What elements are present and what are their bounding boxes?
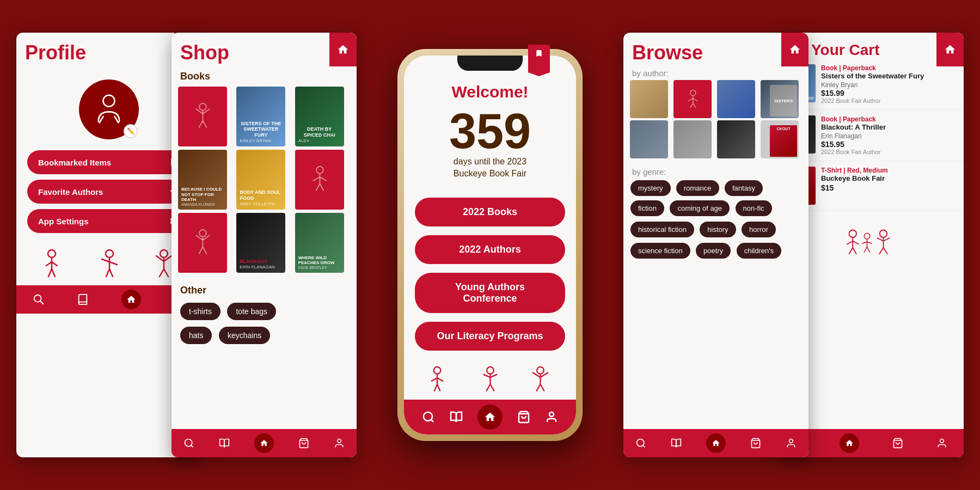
svg-line-12 [109,262,117,265]
app-settings-button[interactable]: App Settings [27,209,191,233]
svg-line-92 [867,247,870,253]
author-photo-1[interactable] [630,80,668,118]
svg-line-25 [203,108,210,113]
author-photo-7[interactable] [717,120,755,158]
welcome-search-icon[interactable] [422,411,435,424]
cart-bag-icon[interactable] [892,438,903,449]
browse-home-icon [789,44,801,56]
book-cover-because[interactable]: BECAUSE I COULD NOT STOP FOR DEATH AMAND… [178,150,227,210]
genre-pills-row4: science fiction poetry children's [623,240,808,261]
welcome-heading: Welcome! [451,83,528,101]
author-photo-5[interactable] [630,120,668,158]
svg-line-54 [486,384,490,391]
genre-coming-of-age[interactable]: coming of age [670,200,730,216]
genre-historical-fiction[interactable]: historical fiction [630,222,694,237]
browse-bag-icon[interactable] [750,438,761,449]
author-photo-6[interactable] [673,120,712,158]
tag-tshirts[interactable]: t-shirts [180,303,220,320]
literacy-programs-button[interactable]: Our Literacy Programs [415,322,565,351]
other-tags-row2: hats keychains [171,322,357,348]
shop-panel: Shop Books SISTERS OF THE SWEETWATER FUR… [171,33,357,457]
book-cover-sisters[interactable]: SISTERS OF THE SWEETWATER FURY KINLEY BR… [236,87,285,146]
book-cover-body-soul[interactable]: BODY AND SOUL FOOD ABBY COLLETTE [236,150,285,210]
shop-search-icon[interactable] [183,438,194,449]
welcome-user-icon[interactable] [545,411,558,424]
genre-mystery[interactable]: mystery [630,180,671,196]
genre-non-fic[interactable]: non-fic [736,200,772,216]
cart-sisters-info: Book | Paperback Sisters of the Sweetwat… [821,64,957,104]
book-cover-2[interactable] [295,150,344,210]
tag-hats[interactable]: hats [180,327,212,344]
svg-line-98 [884,248,888,254]
browse-home-active[interactable] [706,433,726,453]
welcome-book-icon[interactable] [450,411,463,424]
cart-home-active[interactable] [840,433,859,453]
edit-profile-button[interactable]: ✏️ [124,124,138,138]
home-nav-icon [126,295,136,304]
genre-poetry[interactable]: poetry [696,243,731,259]
shop-book-icon[interactable] [219,438,230,449]
svg-line-32 [316,183,320,191]
user-figure-icon [90,90,128,128]
genre-fantasy[interactable]: fantasy [725,180,763,196]
genre-horror[interactable]: horror [742,222,776,237]
shop-bag-icon[interactable] [298,438,309,449]
browse-book-icon[interactable] [671,438,682,449]
browse-user-icon[interactable] [786,438,797,449]
cart-blackout-author: Erin Flanagan [821,132,957,140]
svg-point-34 [199,229,206,236]
other-tags-container: t-shirts tote bags [171,301,357,322]
book-cover-wild-peaches[interactable]: WHERE WILD PEACHES GROW KADE BENTLEY [295,213,344,273]
shop-home-nav-icon [260,439,268,448]
svg-point-50 [487,367,494,374]
svg-line-91 [864,247,867,253]
books-2022-button[interactable]: 2022 Books [415,198,565,226]
favorite-authors-button[interactable]: Favorite Authors [27,180,191,204]
svg-line-89 [862,242,867,243]
svg-line-5 [46,262,52,266]
book-cover-1[interactable] [178,87,227,146]
cart-blackout-type: Book | Paperback [821,115,957,123]
svg-point-62 [424,412,432,421]
author-photo-3[interactable] [717,80,755,118]
shop-user-icon[interactable] [334,438,345,449]
author-photo-2[interactable] [673,80,712,118]
tag-keychains[interactable]: keychains [219,327,270,344]
profile-avatar: ✏️ [79,79,139,139]
welcome-home-active[interactable] [477,405,503,430]
author-photo-8[interactable]: CKOUT [761,120,799,158]
shop-home-icon [337,44,349,56]
authors-2022-button[interactable]: 2022 Authors [415,235,565,264]
genre-science-fiction[interactable]: science fiction [630,243,690,259]
svg-line-1 [100,117,103,122]
search-nav-icon[interactable] [33,293,45,305]
book-cover-blackout[interactable]: BLACKOUT ERIN FLANAGAN [236,213,285,273]
genre-romance[interactable]: romance [676,180,719,196]
svg-line-6 [52,262,57,266]
cart-tshirt-info: T-Shirt | Red, Medium Buckeye Book Fair … [821,167,957,192]
book-cover-3[interactable] [178,213,227,273]
cart-user-icon[interactable] [936,438,947,449]
book-placeholder-icon-1 [189,102,216,132]
shop-home-badge [329,33,357,66]
author-photo-4[interactable]: SISTERS [761,80,799,118]
svg-point-44 [434,367,441,374]
svg-line-19 [160,269,164,277]
tag-tote-bags[interactable]: tote bags [227,303,276,320]
genre-history[interactable]: history [700,222,736,237]
young-authors-conference-button[interactable]: Young Authors Conference [415,273,565,313]
browse-search-icon[interactable] [635,438,646,449]
svg-point-87 [864,233,870,239]
books-section-title: Books [171,64,357,87]
svg-point-9 [106,250,113,258]
cart-tshirt-title: Buckeye Book Fair [821,174,957,183]
bookmarked-items-button[interactable]: Bookmarked Items [27,150,191,174]
genre-childrens[interactable]: children's [737,243,782,259]
book-cover-spiced-chai[interactable]: DEATH BY SPICED CHAI ALEX [295,87,344,146]
book-nav-icon[interactable] [77,293,89,305]
home-nav-active[interactable] [121,290,141,309]
shop-home-active[interactable] [254,433,274,453]
welcome-bag-icon[interactable] [517,411,530,424]
genre-fiction[interactable]: fiction [630,200,664,216]
welcome-figures [404,361,576,400]
